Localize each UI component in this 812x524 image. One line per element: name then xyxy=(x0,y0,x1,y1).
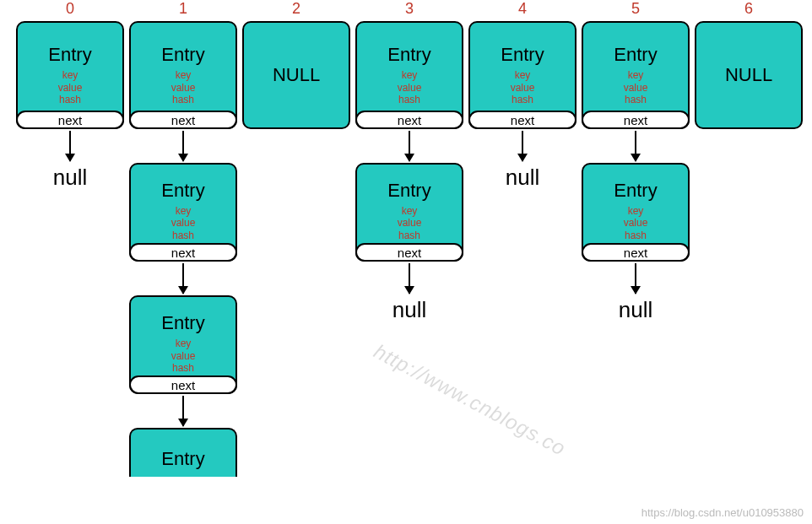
bucket-column: Entrykeyvaluehashnextnull xyxy=(14,21,127,191)
bucket-index: 2 xyxy=(240,0,353,21)
bucket-index: 1 xyxy=(127,0,240,21)
next-pointer: next xyxy=(129,111,237,129)
arrow-down-icon xyxy=(182,263,184,294)
entry-fields: keyvaluehash xyxy=(398,69,422,105)
arrow-down-icon xyxy=(635,131,636,161)
null-terminator: null xyxy=(506,165,539,191)
entry-title: Entry xyxy=(387,44,430,66)
bucket-column: EntrykeyvaluehashnextEntrykeyvaluehashne… xyxy=(127,21,240,477)
next-pointer: next xyxy=(468,111,577,129)
entry-fields: keyvaluehash xyxy=(624,69,648,105)
next-pointer: next xyxy=(129,375,237,394)
entry-bucket: Entrykeyvaluehashnext xyxy=(355,21,463,129)
arrow-down-icon xyxy=(635,263,636,294)
credit-text: https://blog.csdn.net/u010953880 xyxy=(641,506,804,519)
entry-bucket: Entrykeyvaluehashnext xyxy=(468,21,577,129)
bucket-index: 5 xyxy=(579,0,692,21)
entry-title: Entry xyxy=(48,44,91,66)
null-terminator: null xyxy=(392,297,426,323)
entry-title: Entry xyxy=(161,44,204,66)
next-pointer: next xyxy=(582,111,690,129)
index-row: 0123456 xyxy=(0,0,812,21)
bucket-index: 3 xyxy=(353,0,466,21)
null-bucket: NULL xyxy=(695,21,803,129)
entry-node: Entrykeyvaluehashnext xyxy=(129,163,237,262)
arrow-down-icon xyxy=(69,131,71,161)
entry-fields: keyvaluehash xyxy=(171,205,196,241)
bucket-column: Entrykeyvaluehashnextnull xyxy=(466,21,579,191)
bucket-column: EntrykeyvaluehashnextEntrykeyvaluehashne… xyxy=(353,21,466,323)
arrow-down-icon xyxy=(409,131,410,161)
entry-fields: keyvaluehash xyxy=(58,69,83,105)
arrow-down-icon xyxy=(182,396,184,426)
entry-fields: keyvaluehash xyxy=(511,69,535,105)
next-pointer: next xyxy=(355,243,463,262)
entry-bucket: Entrykeyvaluehashnext xyxy=(129,21,237,129)
entry-title: Entry xyxy=(161,448,204,470)
null-bucket: NULL xyxy=(242,21,350,129)
bucket-index: 4 xyxy=(466,0,579,21)
entry-bucket: Entrykeyvaluehashnext xyxy=(582,21,690,129)
entry-title: Entry xyxy=(387,180,430,202)
entry-title: Entry xyxy=(614,44,657,66)
entry-title: Entry xyxy=(501,44,544,66)
bucket-index: 6 xyxy=(692,0,805,21)
entry-title: Entry xyxy=(161,180,204,202)
bucket-column: NULL xyxy=(240,21,353,129)
entry-bucket: Entrykeyvaluehashnext xyxy=(16,21,124,129)
bucket-column: NULL xyxy=(692,21,805,129)
diagram-columns: EntrykeyvaluehashnextnullEntrykeyvalueha… xyxy=(0,21,812,477)
entry-title: Entry xyxy=(161,312,204,334)
entry-fields: keyvaluehash xyxy=(171,338,196,374)
bucket-index: 0 xyxy=(14,0,127,21)
next-pointer: next xyxy=(16,111,124,129)
bucket-column: EntrykeyvaluehashnextEntrykeyvaluehashne… xyxy=(579,21,692,323)
next-pointer: next xyxy=(355,111,463,129)
arrow-down-icon xyxy=(182,131,184,161)
arrow-down-icon xyxy=(522,131,523,161)
arrow-down-icon xyxy=(409,263,410,294)
next-pointer: next xyxy=(129,243,237,262)
entry-node-partial: Entry xyxy=(129,428,237,477)
entry-node: Entrykeyvaluehashnext xyxy=(582,163,690,262)
entry-fields: keyvaluehash xyxy=(624,205,648,241)
entry-title: Entry xyxy=(614,180,657,202)
null-terminator: null xyxy=(53,165,87,191)
entry-fields: keyvaluehash xyxy=(171,69,196,105)
next-pointer: next xyxy=(582,243,690,262)
entry-node: Entrykeyvaluehashnext xyxy=(129,295,237,394)
null-terminator: null xyxy=(619,297,652,323)
entry-fields: keyvaluehash xyxy=(398,205,422,241)
entry-node: Entrykeyvaluehashnext xyxy=(355,163,463,262)
